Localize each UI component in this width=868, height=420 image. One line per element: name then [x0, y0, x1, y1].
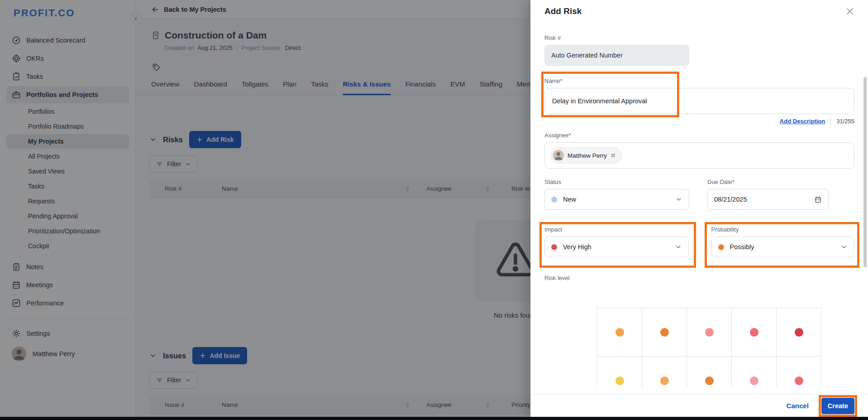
impact-dot	[551, 244, 557, 250]
impact-select[interactable]: Very High	[544, 237, 689, 257]
due-date-group: Due Date* 08/21/2025	[707, 179, 829, 210]
matrix-cell[interactable]	[687, 308, 732, 357]
impact-value: Very High	[563, 243, 591, 251]
impact-label: Impact	[544, 226, 689, 233]
cancel-button[interactable]: Cancel	[787, 402, 809, 410]
remove-assignee-icon[interactable]	[610, 153, 616, 158]
chevron-down-icon	[675, 196, 682, 203]
assignee-group: Assignee* Matthew Perry	[544, 132, 854, 169]
assignee-chip-name: Matthew Perry	[568, 152, 607, 159]
risk-level-matrix	[597, 308, 822, 388]
character-counter: 31/255	[836, 118, 854, 125]
assignee-chip: Matthew Perry	[550, 147, 622, 164]
due-date-value: 08/21/2025	[714, 196, 747, 203]
chevron-down-icon	[840, 243, 848, 251]
probability-value: Possibly	[730, 243, 754, 251]
probability-group: Probability Possibly	[711, 226, 855, 257]
risk-number-label: Risk #	[544, 34, 854, 41]
matrix-cell[interactable]	[597, 308, 642, 357]
assignee-avatar	[553, 150, 564, 161]
modal-overlay	[0, 0, 530, 420]
matrix-cell[interactable]	[777, 308, 821, 357]
risk-level-group: Risk level	[544, 275, 854, 388]
matrix-cell[interactable]	[687, 357, 732, 388]
modal-footer: Cancel Create	[531, 394, 868, 417]
status-value: New	[563, 196, 576, 203]
counter-separator	[830, 118, 831, 125]
add-description-link[interactable]: Add Description	[780, 118, 825, 125]
due-date-input[interactable]: 08/21/2025	[707, 189, 829, 210]
name-label: Name*	[544, 77, 854, 84]
bottom-bar	[0, 417, 868, 420]
status-dot	[551, 197, 557, 203]
matrix-cell[interactable]	[642, 308, 687, 357]
chevron-down-icon	[675, 243, 682, 251]
impact-group: Impact Very High	[544, 226, 689, 257]
add-risk-modal: Add Risk Risk # Auto Generated Number Na…	[530, 0, 868, 420]
close-icon[interactable]	[845, 7, 854, 16]
modal-scrollbar[interactable]	[863, 77, 867, 267]
probability-label: Probability	[711, 226, 855, 233]
probability-select[interactable]: Possibly	[711, 237, 855, 257]
matrix-cell[interactable]	[732, 357, 777, 388]
status-group: Status New	[544, 179, 689, 210]
matrix-cell[interactable]	[642, 357, 687, 388]
risk-number-field: Auto Generated Number	[544, 45, 689, 66]
modal-title: Add Risk	[544, 6, 582, 16]
matrix-cell[interactable]	[777, 357, 821, 388]
due-date-label: Due Date*	[707, 179, 829, 185]
risk-number-group: Risk # Auto Generated Number	[544, 34, 854, 66]
risk-level-label: Risk level	[544, 275, 854, 281]
matrix-cell[interactable]	[597, 357, 642, 388]
name-input[interactable]: Delay in Environmental Approval	[544, 88, 854, 114]
status-select[interactable]: New	[544, 189, 689, 210]
assignee-label: Assignee*	[544, 132, 854, 139]
calendar-icon	[814, 196, 822, 203]
name-group: Name* Delay in Environmental Approval Ad…	[544, 77, 854, 125]
create-button[interactable]: Create	[821, 398, 854, 414]
probability-dot	[718, 244, 724, 250]
assignee-input[interactable]: Matthew Perry	[544, 142, 854, 169]
matrix-cell[interactable]	[732, 308, 777, 357]
status-label: Status	[544, 179, 689, 185]
